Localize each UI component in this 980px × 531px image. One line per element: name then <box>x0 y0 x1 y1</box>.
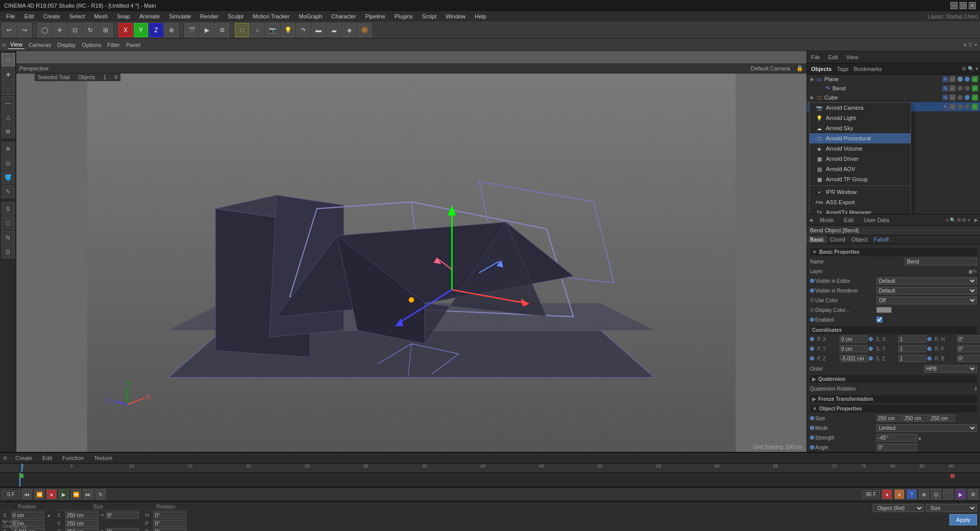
mode-tab[interactable]: Mode <box>817 216 837 224</box>
key-back-button[interactable]: ⏪ <box>34 489 44 499</box>
timeline-track[interactable] <box>0 473 980 487</box>
bend2-dot2[interactable] <box>965 104 970 109</box>
record2-button[interactable]: ⚫ <box>943 489 953 499</box>
next-btn[interactable]: ▶ <box>974 218 978 223</box>
paint-brush-button[interactable]: ✎ <box>2 185 15 198</box>
addkey-button[interactable]: ⊕ <box>919 489 929 499</box>
size-y-input[interactable] <box>65 520 99 527</box>
polygon-mode-button[interactable]: △ <box>2 110 15 124</box>
prev-btn[interactable]: ◀ <box>809 218 813 223</box>
basic-tab[interactable]: Basic <box>807 235 827 244</box>
edit-tab[interactable]: Edit <box>841 216 857 224</box>
size-z-input[interactable] <box>65 528 99 531</box>
arnold-sky-item[interactable]: ☁ Arnold Sky <box>810 123 911 133</box>
quaternion-header[interactable]: ▶ Quaternion <box>810 375 977 383</box>
end-frame-input[interactable] <box>862 490 880 498</box>
menu-animate[interactable]: Animate <box>135 12 164 20</box>
sculpt-button[interactable]: 🪣 <box>2 171 15 184</box>
strength-radio[interactable] <box>810 436 814 440</box>
texture-mode-button[interactable]: ◈ <box>2 67 15 81</box>
pos-x-input[interactable] <box>11 512 44 519</box>
size-h-input[interactable] <box>106 512 139 519</box>
axis-z-button[interactable]: Z <box>149 23 163 37</box>
redo-button[interactable]: ↪ <box>17 23 32 37</box>
arnold-aov-item[interactable]: ▨ Arnold AOV <box>810 164 911 174</box>
plane-dot2[interactable] <box>965 77 970 82</box>
arnold-procedural-item[interactable]: ⬡ Arnold Procedural <box>810 133 911 143</box>
plane-dot3[interactable]: ✓ <box>972 76 978 82</box>
cube-dot2[interactable] <box>965 95 970 100</box>
apply-button[interactable]: Apply <box>949 514 977 525</box>
freeze-header[interactable]: ▶ Freeze Transformation <box>810 395 977 403</box>
autokey-button[interactable]: ⊡ <box>931 489 941 499</box>
obj-ref-select[interactable]: Object (Rel) World <box>873 504 924 512</box>
cube-dot3[interactable]: ✓ <box>972 94 978 101</box>
menu-character[interactable]: Character <box>327 12 360 20</box>
tree-item-plane[interactable]: ▶ ▭ Plane ✎ ○ ✓ <box>807 75 980 84</box>
bend2-dot1[interactable] <box>958 104 963 109</box>
use-color-radio[interactable] <box>810 298 814 302</box>
display-color-swatch[interactable] <box>876 307 892 313</box>
deformer-button[interactable]: ↷ <box>296 23 310 37</box>
marker-orange[interactable]: ● <box>894 489 904 499</box>
record-button[interactable]: ● <box>46 489 57 499</box>
arnold-camera-item[interactable]: 📷 Arnold Camera <box>810 103 911 113</box>
light-button[interactable]: 💡 <box>281 23 295 37</box>
bottom-edit[interactable]: Edit <box>40 454 54 462</box>
sky-button[interactable]: ☁ <box>327 23 341 37</box>
point-mode-button[interactable]: · <box>2 82 15 95</box>
soft-selection-button[interactable]: ◎ <box>2 156 15 170</box>
end-marker[interactable] <box>950 474 954 478</box>
menu-script[interactable]: Script <box>418 12 440 20</box>
sphere-button[interactable]: ○ <box>250 23 264 37</box>
spline-tool-button[interactable]: S <box>2 202 15 215</box>
rot-h-input[interactable] <box>153 512 186 519</box>
rot-p-input[interactable] <box>153 520 186 527</box>
px-radio[interactable] <box>810 337 814 341</box>
menu-help[interactable]: Help <box>471 12 491 20</box>
bend1-dot3[interactable]: ✓ <box>972 85 978 91</box>
rb-radio[interactable] <box>927 356 932 360</box>
rp-radio[interactable] <box>927 347 932 351</box>
viewport-tab-view[interactable]: View <box>8 40 24 49</box>
nurbs-button[interactable]: N <box>2 231 15 244</box>
sz-radio[interactable] <box>869 356 873 360</box>
ipr-button[interactable]: ▶ <box>955 489 966 499</box>
world-coord-button[interactable]: ⊕ <box>164 23 179 37</box>
step-back-button[interactable]: ⏮ <box>22 489 32 499</box>
py-input[interactable] <box>840 345 868 352</box>
order-select[interactable]: HPB PHB BHP <box>924 365 977 373</box>
plane-dot1[interactable] <box>958 77 963 82</box>
maximize-button[interactable]: □ <box>960 2 967 9</box>
layer-edit-btn[interactable]: ✎ <box>973 269 977 274</box>
menu-render[interactable]: Render <box>196 12 223 20</box>
render-region-button[interactable]: 🎬 <box>184 23 199 37</box>
model-mode-button[interactable]: □ <box>2 53 15 66</box>
sx-input[interactable] <box>898 335 926 343</box>
rh-input[interactable] <box>957 335 980 343</box>
3d-scene[interactable]: X Y Z Grid Spacing: 100 cm <box>16 74 806 452</box>
menu-select[interactable]: Select <box>65 12 89 20</box>
menu-pipeline[interactable]: Pipeline <box>361 12 389 20</box>
rotate-tool[interactable]: ↻ <box>83 23 97 37</box>
menu-simulate[interactable]: Simulate <box>165 12 195 20</box>
mode-radio[interactable] <box>810 426 814 430</box>
close-button[interactable]: ✕ <box>969 2 976 9</box>
visible-editor-radio[interactable] <box>810 279 814 283</box>
asset-manager-item[interactable]: Tx Asset/Tx Manager <box>810 207 911 214</box>
viewport-tab-cameras[interactable]: Cameras <box>27 41 54 49</box>
coordinates-header[interactable]: Coordinates <box>810 326 977 334</box>
material-button[interactable]: ◈ <box>342 23 356 37</box>
polygon-tool-button[interactable]: ⬡ <box>2 216 15 230</box>
pz-radio[interactable] <box>810 356 814 360</box>
angle-radio[interactable] <box>810 445 814 449</box>
strength-inc[interactable]: ▲ <box>917 435 922 441</box>
ipr-window-item[interactable]: ▪ IPR Window <box>810 187 911 197</box>
marker-red[interactable]: ● <box>882 489 892 499</box>
arnold-volume-item[interactable]: ◈ Arnold Volume <box>810 143 911 154</box>
ass-export-item[interactable]: Ass ASS Export <box>810 197 911 207</box>
camera-button[interactable]: 📷 <box>265 23 280 37</box>
mode-select[interactable]: Limited Within Box Unlimited <box>876 424 977 432</box>
floor-button[interactable]: ▬ <box>311 23 326 37</box>
live-select-tool[interactable]: ◯ <box>37 23 52 37</box>
